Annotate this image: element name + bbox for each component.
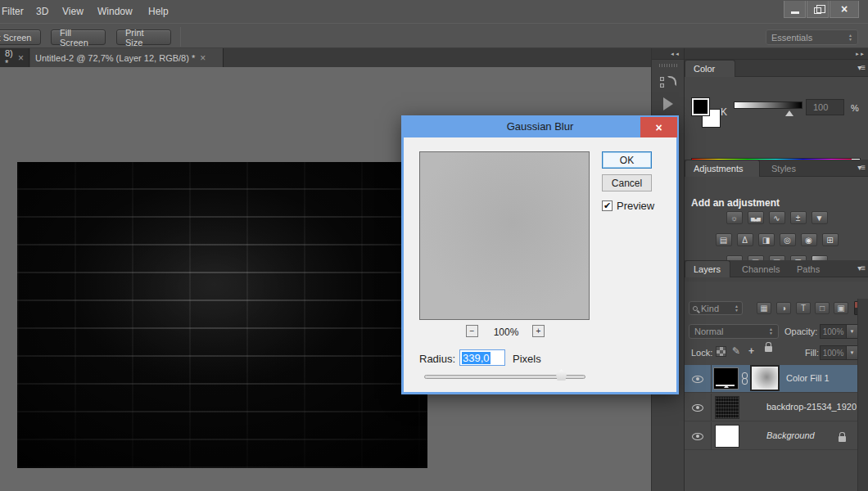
opacity-dropdown[interactable]: 100% ▼ <box>820 324 858 339</box>
menu-view[interactable]: View <box>62 6 84 17</box>
document-canvas[interactable] <box>17 162 427 468</box>
type-layer-filter-icon[interactable]: T <box>796 302 811 314</box>
panel-menu-icon[interactable]: ▾≡ <box>857 63 865 72</box>
hue-saturation-adjustment-icon[interactable]: ▤ <box>716 233 732 246</box>
print-size-button[interactable]: Print Size <box>116 29 171 45</box>
fill-dropdown[interactable]: 100% ▼ <box>820 345 858 360</box>
document-tab-untitled-2[interactable]: Untitled-2 @ 72,7% (Layer 12, RGB/8) * × <box>30 48 224 67</box>
brightness-contrast-adjustment-icon[interactable]: ☼ <box>726 211 743 224</box>
color-balance-adjustment-icon[interactable]: Δ <box>737 233 753 246</box>
double-right-arrow-icon: ►► <box>855 52 865 56</box>
vibrance-adjustment-icon[interactable]: ▼ <box>811 211 828 224</box>
eye-icon <box>692 404 703 412</box>
dock-gripper[interactable] <box>659 64 677 67</box>
dialog-title-bar[interactable]: Gaussian Blur <box>403 117 677 137</box>
menu-help[interactable]: Help <box>148 6 169 17</box>
visibility-toggle[interactable] <box>685 365 712 393</box>
lock-transparency-icon[interactable] <box>716 346 726 357</box>
fill-screen-button[interactable]: Fill Screen <box>51 29 106 45</box>
workspace-switcher[interactable]: Essentials ▲▼ <box>766 29 858 45</box>
smart-object-filter-icon[interactable]: ▣ <box>834 302 848 314</box>
layer-row-color-fill-1[interactable]: Color Fill 1 <box>685 365 857 393</box>
dropdown-arrow-icon: ▼ <box>847 345 858 360</box>
dialog-close-button[interactable]: × <box>640 117 677 137</box>
fill-label: Fill: <box>805 348 819 358</box>
layer-mask-thumbnail[interactable] <box>752 367 778 390</box>
zoom-out-button[interactable]: − <box>466 325 478 337</box>
menu-filter[interactable]: Filter <box>2 6 24 17</box>
layer-filter-kind-dropdown[interactable]: Kind ▲▼ <box>689 301 743 315</box>
menu-window[interactable]: Window <box>97 6 133 17</box>
tab-adjustments[interactable]: Adjustments <box>685 160 760 177</box>
dock-edge <box>857 299 868 491</box>
tab-styles[interactable]: Styles <box>763 160 804 177</box>
tab-paths[interactable]: Paths <box>789 260 828 277</box>
k-value-field[interactable]: 100 <box>806 99 844 115</box>
pixel-layer-filter-icon[interactable]: ▦ <box>757 302 771 314</box>
k-slider-thumb[interactable] <box>785 110 793 116</box>
radius-slider-thumb[interactable] <box>556 369 567 381</box>
preview-checkbox[interactable]: ✔ <box>602 200 613 211</box>
curves-adjustment-icon[interactable]: ∿ <box>769 211 785 224</box>
lock-position-move-icon[interactable]: + <box>748 346 754 357</box>
layer-row-background[interactable]: Background <box>685 422 857 450</box>
collapse-panels-left-button[interactable]: ◄◄ <box>652 48 684 60</box>
blend-mode-dropdown[interactable]: Normal ▲▼ <box>689 324 779 339</box>
tab-close-icon[interactable]: × <box>200 52 206 64</box>
layer-thumbnail[interactable] <box>715 396 739 419</box>
minimize-button[interactable] <box>784 1 806 18</box>
close-button[interactable]: × <box>830 1 859 18</box>
visibility-toggle[interactable] <box>685 394 712 421</box>
visibility-toggle[interactable] <box>685 422 712 450</box>
k-slider[interactable] <box>734 101 802 109</box>
options-bar: t Screen Fill Screen Print Size Essentia… <box>0 23 868 48</box>
tab-layers[interactable]: Layers <box>685 260 730 277</box>
menu-bar: Filter 3D View Window Help × <box>0 0 868 23</box>
layer-thumbnail[interactable] <box>715 425 739 448</box>
blur-preview-image[interactable] <box>419 151 590 320</box>
foreground-color-swatch[interactable] <box>691 97 710 116</box>
layer-row-backdrop[interactable]: backdrop-21534_1920 <box>685 394 857 421</box>
panel-menu-icon[interactable]: ▾≡ <box>857 163 865 172</box>
shape-layer-filter-icon[interactable]: □ <box>815 302 830 314</box>
menu-3d[interactable]: 3D <box>36 6 48 17</box>
black-white-adjustment-icon[interactable]: ◨ <box>758 233 775 246</box>
opacity-value: 100% <box>820 324 847 339</box>
photo-filter-adjustment-icon[interactable]: ◎ <box>780 233 796 246</box>
panel-menu-icon[interactable]: ▾≡ <box>857 264 865 273</box>
ok-button[interactable]: OK <box>602 151 652 169</box>
close-icon: × <box>841 2 848 16</box>
tab-color[interactable]: Color <box>685 60 735 77</box>
restore-button[interactable] <box>807 1 829 18</box>
dropdown-arrow-icon: ▼ <box>847 324 858 339</box>
mask-link-icon[interactable] <box>741 372 748 385</box>
color-lookup-adjustment-icon[interactable]: ⊞ <box>822 233 839 246</box>
panel-dock: ►► Color ▾≡ K 100 % Adjustments Styles ▾… <box>684 48 868 491</box>
fill-layer-thumbnail[interactable] <box>713 367 739 390</box>
spin-arrows-icon: ▲▼ <box>848 34 852 42</box>
exposure-adjustment-icon[interactable]: ± <box>790 211 807 224</box>
spin-arrows-icon: ▲▼ <box>769 327 773 336</box>
radius-input[interactable]: 339,0 <box>459 349 505 366</box>
adjustment-layer-filter-icon[interactable]: ◑ <box>776 302 791 314</box>
search-icon <box>693 306 698 311</box>
lock-all-icon[interactable] <box>765 346 772 352</box>
lock-pixels-brush-icon[interactable]: ✎ <box>732 346 740 357</box>
color-panel: Color ▾≡ K 100 % <box>685 60 868 160</box>
document-tab-1[interactable]: 8) * × <box>0 48 29 67</box>
double-left-arrow-icon: ◄◄ <box>670 52 680 56</box>
eye-icon <box>692 433 703 440</box>
fit-screen-button[interactable]: t Screen <box>0 29 41 45</box>
cancel-button[interactable]: Cancel <box>602 174 652 191</box>
tab-close-icon[interactable]: × <box>18 52 24 64</box>
levels-adjustment-icon[interactable]: ▅▃▅ <box>748 211 764 224</box>
layer-comps-panel-icon[interactable] <box>660 74 676 91</box>
channel-mixer-adjustment-icon[interactable]: ◉ <box>801 233 817 246</box>
layer-name: Background <box>766 430 815 440</box>
preview-checkbox-label: Preview <box>617 200 654 212</box>
tab-channels[interactable]: Channels <box>734 260 788 277</box>
background-lock-icon <box>839 436 846 442</box>
collapse-panels-right-button[interactable]: ►► <box>685 48 868 60</box>
actions-panel-icon[interactable] <box>663 97 673 110</box>
zoom-in-button[interactable]: + <box>532 325 545 337</box>
